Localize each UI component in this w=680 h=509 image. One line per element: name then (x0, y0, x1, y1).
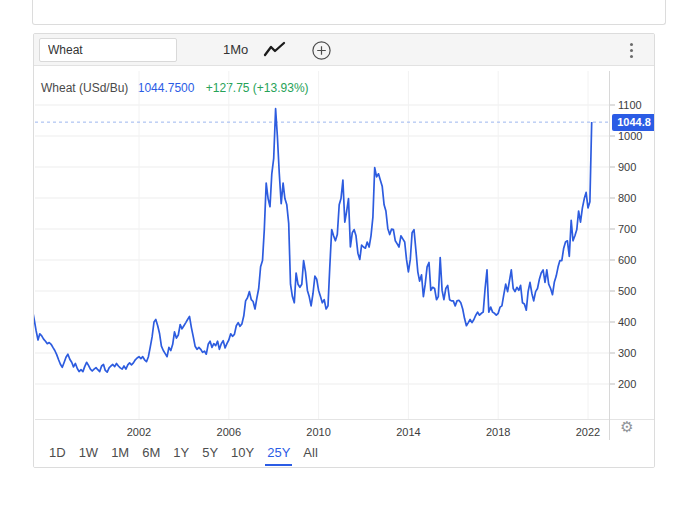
y-tick-label: 1100 (618, 99, 655, 111)
range-button-1y[interactable]: 1Y (171, 445, 191, 466)
top-panel (32, 0, 666, 25)
y-tick-label: 200 (618, 378, 655, 390)
price-line-series (34, 109, 592, 373)
x-tick-label: 2006 (209, 426, 249, 438)
y-tick-label: 800 (618, 192, 655, 204)
x-tick-label: 2002 (119, 426, 159, 438)
range-button-10y[interactable]: 10Y (229, 445, 256, 466)
x-tick-label: 2022 (568, 426, 608, 438)
range-button-6m[interactable]: 6M (140, 445, 162, 466)
range-button-25y[interactable]: 25Y (265, 445, 292, 466)
x-tick-label: 2018 (478, 426, 518, 438)
y-tick-label: 400 (618, 316, 655, 328)
y-tick-label: 900 (618, 161, 655, 173)
price-chart-plot[interactable] (34, 34, 655, 468)
range-button-all[interactable]: All (301, 445, 319, 466)
chart-widget: 1Mo Wheat (USd/Bu) 1044.7500 +127.7 (33, 33, 655, 468)
page: 1Mo Wheat (USd/Bu) 1044.7500 +127.7 (0, 0, 680, 509)
y-tick-label: 300 (618, 347, 655, 359)
y-tick-label: 1000 (618, 130, 655, 142)
x-tick-label: 2014 (388, 426, 428, 438)
y-tick-label: 500 (618, 285, 655, 297)
y-tick-label: 700 (618, 223, 655, 235)
x-tick-label: 2010 (299, 426, 339, 438)
range-selector: 1D1W1M6M1Y5Y10Y25YAll (34, 440, 654, 467)
range-button-1w[interactable]: 1W (77, 445, 101, 466)
gear-icon[interactable]: ⚙ (617, 417, 637, 437)
last-price-badge: 1044.8 (612, 114, 655, 131)
range-button-1m[interactable]: 1M (109, 445, 131, 466)
range-button-5y[interactable]: 5Y (200, 445, 220, 466)
y-tick-label: 600 (618, 254, 655, 266)
range-button-1d[interactable]: 1D (47, 445, 68, 466)
